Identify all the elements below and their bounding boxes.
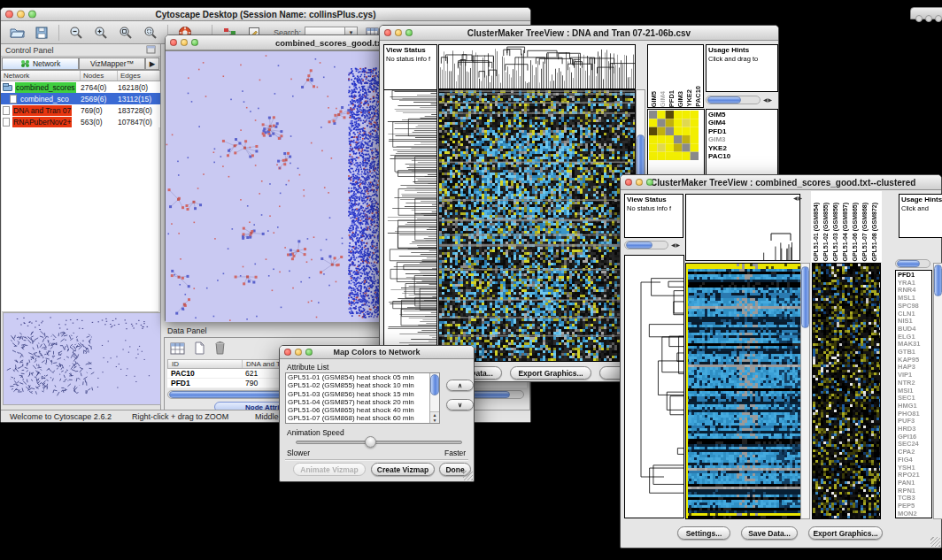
row-label[interactable]: GIM5	[708, 111, 777, 119]
resize-grip[interactable]	[930, 537, 940, 547]
inactive-minimize-icon[interactable]	[925, 15, 932, 22]
animate-vizmap-button[interactable]: Animate Vizmap	[293, 463, 366, 476]
move-up-button[interactable]: ∧	[446, 380, 474, 391]
attribute-option[interactable]: GPL51-07 (GSM868) heat shock 60 min	[286, 414, 429, 422]
tab-vizmapper[interactable]: VizMapper™	[79, 58, 145, 70]
gene-list-vscrollbar[interactable]	[933, 263, 942, 519]
col-id[interactable]: ID	[168, 360, 243, 368]
scrollbar-thumb[interactable]	[934, 265, 942, 296]
dendrogram-hscrollbar[interactable]	[624, 241, 668, 249]
column-header-panel[interactable]	[685, 194, 800, 261]
slider-thumb[interactable]	[365, 436, 376, 448]
main-titlebar[interactable]: Cytoscape Desktop (Session Name: collins…	[1, 8, 530, 21]
animation-speed-slider[interactable]	[296, 441, 462, 444]
resize-grip[interactable]	[463, 471, 473, 480]
gene-list-hscrollbar[interactable]	[895, 259, 930, 268]
zoom-selected-icon[interactable]	[140, 24, 161, 42]
col-edges[interactable]: Edges	[118, 71, 160, 81]
zoom-window-icon[interactable]	[191, 39, 198, 46]
column-label[interactable]: GPL51-08 (GSM872)	[869, 203, 879, 262]
column-label[interactable]: GIM5	[650, 91, 659, 107]
col-nodes[interactable]: Nodes	[81, 71, 118, 81]
expression-heatmap[interactable]	[685, 263, 801, 519]
zoom-window-icon[interactable]	[405, 29, 413, 36]
delete-attribute-trash-icon[interactable]	[214, 341, 226, 358]
listbox-vscrollbar[interactable]: ▲▼	[429, 373, 439, 423]
scrollbar-thumb[interactable]	[897, 260, 920, 267]
scrollbar-thumb[interactable]	[707, 96, 741, 104]
minimize-icon[interactable]	[17, 11, 25, 19]
heatmap-column-labels[interactable]: GIM5GIM4PFD1GIM3YKE2PAC10	[647, 44, 704, 108]
row-label[interactable]: PAC10	[708, 152, 777, 160]
zoom-out-icon[interactable]	[66, 24, 87, 42]
dialog-titlebar[interactable]: Map Colors to Network	[280, 346, 474, 359]
gene-label[interactable]: MON2	[898, 510, 931, 518]
zoom-window-icon[interactable]	[646, 179, 653, 186]
move-down-button[interactable]: ∨	[446, 399, 474, 410]
scrollbar-thumb[interactable]	[430, 374, 439, 395]
float-panel-icon[interactable]	[146, 45, 156, 56]
save-data-button[interactable]: Save Data...	[741, 526, 798, 540]
column-label[interactable]: GIM4	[659, 91, 668, 107]
column-label[interactable]: PFD1	[668, 90, 676, 107]
heatmap-column-labels[interactable]: GPL51-01 (GSM854)GPL51-02 (GSM855)GPL51-…	[811, 191, 882, 262]
row-label[interactable]: GIM3	[708, 135, 777, 143]
create-vizmap-button[interactable]: Create Vizmap	[371, 463, 435, 476]
zoomed-heatmap[interactable]	[812, 263, 881, 519]
network-row[interactable]: RNAPuberNov2+ 563(0) 107847(0)	[1, 116, 160, 127]
network-row[interactable]: combined_sco 2569(6) 13112(15)	[1, 93, 160, 104]
close-icon[interactable]	[625, 179, 632, 186]
column-label[interactable]: GPL51-06 (GSM865)	[850, 203, 860, 262]
heatmap-vscrollbar[interactable]	[800, 263, 810, 519]
column-label[interactable]: PAC10	[694, 86, 703, 107]
scroll-left-right-icons[interactable]: ◀▶	[671, 242, 681, 248]
scroll-arrow-icons[interactable]: ▲▼	[430, 411, 439, 423]
minimize-icon[interactable]	[181, 39, 188, 46]
export-graphics-button[interactable]: Export Graphics...	[510, 366, 591, 380]
attribute-option[interactable]: GPL51-03 (GSM856) heat shock 15 min	[286, 390, 429, 398]
zoomed-heatmap-matrix[interactable]	[649, 111, 699, 160]
minimize-icon[interactable]	[395, 29, 402, 36]
new-attribute-icon[interactable]	[194, 341, 205, 358]
attribute-option[interactable]: GPL51-04 (GSM857) heat shock 20 min	[286, 398, 429, 406]
inactive-zoom-icon[interactable]	[935, 15, 942, 22]
expression-heatmap[interactable]	[438, 89, 636, 362]
zoom-window-icon[interactable]	[305, 349, 313, 356]
row-dendrogram[interactable]	[624, 255, 684, 518]
treeview2-titlebar[interactable]: ClusterMaker TreeView : combined_scores_…	[621, 175, 941, 190]
zoom-fit-icon[interactable]	[115, 24, 136, 42]
row-label[interactable]: GIM4	[708, 119, 777, 127]
column-label[interactable]: GPL51-04 (GSM857)	[840, 203, 850, 262]
column-dendrogram[interactable]	[438, 44, 636, 89]
column-label[interactable]: GPL51-07 (GSM868)	[860, 203, 869, 262]
minimize-icon[interactable]	[636, 179, 643, 186]
inactive-close-icon[interactable]	[915, 15, 923, 22]
zoom-window-icon[interactable]	[28, 11, 36, 19]
settings-button[interactable]: Settings...	[677, 526, 730, 540]
close-icon[interactable]	[284, 349, 291, 356]
tab-network[interactable]: Network	[2, 58, 79, 70]
network-overview[interactable]	[3, 312, 161, 405]
zoom-in-icon[interactable]	[90, 24, 112, 42]
gene-label-list[interactable]: PFD1YRA1RNR4MSL1SPC98CLN1NIS1BUD4ELG1MAK…	[895, 270, 932, 518]
open-folder-icon[interactable]	[6, 24, 27, 42]
minimize-icon[interactable]	[295, 349, 302, 356]
row-dendrogram[interactable]	[383, 89, 437, 362]
col-network[interactable]: Network	[1, 71, 81, 81]
scroll-left-right-icons[interactable]: ◀▶	[793, 196, 803, 201]
column-label[interactable]: YKE2	[685, 89, 694, 107]
scrollbar-thumb[interactable]	[801, 266, 809, 328]
treeview1-titlebar[interactable]: ClusterMaker TreeView : DNA and Tran 07-…	[380, 26, 778, 41]
column-label[interactable]: GPL51-01 (GSM854)	[811, 203, 821, 262]
scrollbar-thumb[interactable]	[626, 242, 652, 249]
tab-overflow-arrow-icon[interactable]: ▶	[145, 58, 159, 70]
select-attributes-icon[interactable]	[170, 341, 185, 358]
export-graphics-button[interactable]: Export Graphics...	[808, 526, 883, 540]
row-label[interactable]: PFD1	[708, 127, 777, 135]
attribute-option[interactable]: GPL51-01 (GSM854) heat shock 05 min	[286, 373, 429, 381]
attribute-option[interactable]: GPL51-02 (GSM855) heat shock 10 min	[286, 381, 429, 389]
column-label[interactable]: GIM3	[676, 91, 685, 107]
zoom-hscrollbar[interactable]	[706, 96, 761, 104]
network-row[interactable]: combined_scores 2764(0) 16218(0)	[1, 81, 160, 93]
close-icon[interactable]	[170, 39, 177, 46]
